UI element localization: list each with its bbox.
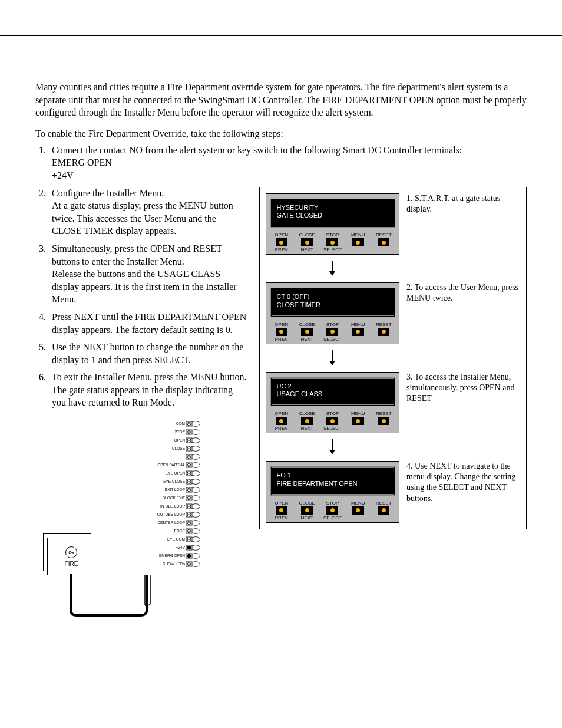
panel-description: 2. To access the User Menu, press MENU t…: [403, 279, 524, 307]
terminal-row: SHOW LEDs: [135, 560, 200, 568]
panel-button[interactable]: MENU: [346, 322, 370, 342]
step-4: Press NEXT until the FIRE DEPARTMENT OPE…: [48, 311, 247, 336]
button-top-label: MENU: [351, 322, 365, 327]
panel-button[interactable]: RESET: [372, 322, 395, 342]
terminal-label: CENTER LOOP: [135, 521, 186, 525]
step-3: Simultaneously, press the OPEN and RESET…: [48, 242, 247, 306]
button-icon: [301, 506, 313, 515]
terminal-screw-icon: [186, 445, 200, 452]
panel-button[interactable]: OPENPREV: [270, 232, 293, 253]
panel-button[interactable]: MENU: [346, 500, 370, 521]
button-bottom-label: PREV: [275, 426, 288, 431]
terminal-row: +24V: [135, 543, 200, 552]
button-top-label: OPEN: [275, 232, 288, 238]
button-bottom-label: NEXT: [300, 515, 313, 521]
lcd-line1: HYSECURITY: [277, 204, 389, 212]
terminal-label: OPEN PARTIAL: [135, 463, 186, 467]
terminal-row: OUTOBS LOOP: [135, 510, 200, 519]
button-icon: [378, 417, 389, 425]
lcd-line2: USAGE CLASS: [277, 390, 389, 398]
lcd-display: CT 0 (OFF)CLOSE TIMER: [270, 288, 395, 317]
panel-button[interactable]: RESET: [372, 232, 395, 253]
terminal-row: COM: [135, 420, 200, 428]
button-icon: [352, 328, 364, 336]
panel-button[interactable]: CLOSENEXT: [295, 500, 319, 521]
panel-description: 4. Use NEXT to navigate to the menu disp…: [403, 457, 524, 508]
terminal-row: EDGE: [135, 527, 200, 535]
panel-button[interactable]: STOPSELECT: [320, 232, 344, 253]
terminal-row: [135, 453, 200, 461]
fire-label: FIRE: [65, 561, 78, 567]
fire-switch-box: FIRE: [47, 538, 95, 575]
step-list-left: Configure the Installer Menu. At a gate …: [48, 187, 247, 410]
panel-button[interactable]: OPENPREV: [270, 322, 293, 342]
lcd-line2: GATE CLOSED: [277, 212, 389, 220]
terminal-screw-icon: [186, 478, 200, 485]
panel-button[interactable]: RESET: [372, 411, 395, 431]
terminal-row: EYE CLOSE: [135, 477, 200, 486]
svg-marker-60: [329, 361, 335, 365]
panel-button[interactable]: CLOSENEXT: [295, 411, 319, 431]
terminal-label: EYE OPEN: [135, 472, 186, 476]
button-icon: [378, 506, 389, 515]
terminal-screw-icon: [186, 453, 200, 460]
button-icon: [378, 328, 389, 336]
button-top-label: STOP: [326, 411, 339, 416]
panel-button[interactable]: MENU: [346, 411, 370, 431]
panel-row: UC 2USAGE CLASSOPENPREVCLOSENEXTSTOPSELE…: [262, 368, 524, 437]
button-top-label: STOP: [326, 232, 339, 238]
terminal-label: +24V: [135, 546, 186, 550]
terminal-screw-icon: [186, 503, 200, 510]
button-top-label: STOP: [326, 322, 339, 327]
panel-button[interactable]: STOPSELECT: [320, 322, 344, 342]
button-top-label: STOP: [326, 500, 339, 506]
lcd-line2: FIRE DEPARTMENT OPEN: [277, 480, 389, 488]
button-top-label: CLOSE: [299, 322, 315, 327]
button-top-label: RESET: [376, 411, 392, 416]
panel-button[interactable]: CLOSENEXT: [295, 232, 319, 253]
button-top-label: CLOSE: [299, 500, 315, 506]
step-list: Connect the contact NO from the alert sy…: [48, 144, 527, 182]
button-top-label: CLOSE: [299, 232, 315, 238]
panel-row: HYSECURITYGATE CLOSEDOPENPREVCLOSENEXTST…: [262, 190, 524, 259]
arrow-down-icon: [262, 439, 402, 456]
terminal-screw-icon: [186, 420, 200, 427]
button-icon: [301, 238, 313, 246]
terminal-row: CLOSE: [135, 444, 200, 453]
panel-button[interactable]: RESET: [372, 500, 395, 521]
terminal-screw-icon: [186, 511, 200, 518]
terminal-row: EMERG OPEN: [135, 552, 200, 560]
terminal-row: STOP: [135, 428, 200, 436]
terminal-screw-icon: [186, 495, 200, 502]
terminal-screw-icon: [186, 552, 200, 559]
button-row: OPENPREVCLOSENEXTSTOPSELECTMENURESET: [266, 321, 399, 344]
panel-description: 1. S.T.A.R.T. at a gate status display.: [403, 190, 524, 218]
terminal-row: BLOCK EXIT: [135, 494, 200, 502]
step-5: Use the NEXT button to change the number…: [48, 341, 247, 366]
lcd-line1: UC 2: [277, 383, 389, 391]
button-bottom-label: SELECT: [323, 515, 342, 521]
terminal-screw-icon: [186, 544, 200, 551]
button-bottom-label: NEXT: [300, 247, 313, 253]
lcd-display: UC 2USAGE CLASS: [270, 377, 395, 407]
intro-paragraph: Many counties and cities require a Fire …: [35, 81, 527, 119]
button-top-label: OPEN: [275, 411, 288, 416]
panel-button[interactable]: OPENPREV: [270, 500, 293, 521]
panel-button[interactable]: STOPSELECT: [320, 411, 344, 431]
button-bottom-label: NEXT: [300, 426, 313, 431]
panel-button[interactable]: MENU: [346, 232, 370, 253]
button-icon: [301, 417, 313, 425]
panel-row: CT 0 (OFF)CLOSE TIMEROPENPREVCLOSENEXTST…: [262, 279, 524, 348]
button-bottom-label: PREV: [275, 515, 288, 521]
cable: [70, 574, 152, 617]
panel-button[interactable]: STOPSELECT: [320, 500, 344, 521]
svg-point-0: [69, 551, 71, 554]
terminal-row: EYE COM: [135, 535, 200, 543]
terminal-row: OPEN: [135, 436, 200, 444]
panel-button[interactable]: CLOSENEXT: [295, 322, 319, 342]
terminal-label: COM: [135, 422, 186, 426]
panel-button[interactable]: OPENPREV: [270, 411, 293, 431]
lcd-line1: FO 1: [277, 472, 389, 480]
step-6: To exit the Installer Menu, press the ME…: [48, 371, 247, 409]
controller-panel: CT 0 (OFF)CLOSE TIMEROPENPREVCLOSENEXTST…: [266, 282, 399, 344]
